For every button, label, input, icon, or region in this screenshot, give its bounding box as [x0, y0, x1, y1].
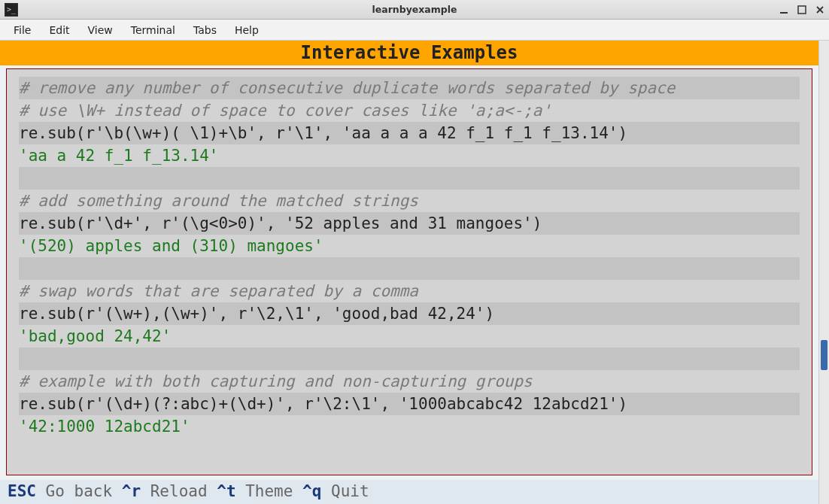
code-line: re.sub(r'\b(\w+)( \1)+\b', r'\1', 'aa a … [19, 122, 800, 144]
footer-key[interactable]: ^q [302, 482, 321, 500]
menu-view[interactable]: View [80, 22, 120, 38]
footer-label: Reload [150, 482, 208, 500]
code-panel[interactable]: # remove any number of consecutive dupli… [6, 68, 812, 475]
footer-key[interactable]: ^r [122, 482, 141, 500]
footer-key[interactable]: ^t [217, 482, 235, 500]
header-title: Interactive Examples [301, 42, 518, 63]
code-line: '42:1000 12abcd21' [19, 415, 800, 438]
footer-label: Go back [46, 482, 113, 500]
code-line: 'aa a 42 f_1 f_13.14' [19, 144, 800, 167]
scrollbar[interactable] [818, 41, 829, 504]
svg-rect-1 [798, 6, 806, 14]
code-line: # remove any number of consecutive dupli… [19, 77, 800, 99]
code-line: re.sub(r'(\d+)(?:abc)+(\d+)', r'\2:\1', … [19, 393, 800, 415]
code-line: re.sub(r'(\w+),(\w+)', r'\2,\1', 'good,b… [19, 302, 800, 325]
scrollbar-thumb[interactable] [821, 340, 827, 370]
window-controls [778, 0, 826, 19]
terminal-content: Interactive Examples # remove any number… [0, 41, 818, 504]
code-line: 'bad,good 24,42' [19, 325, 800, 348]
menu-edit[interactable]: Edit [41, 22, 77, 38]
menu-terminal[interactable]: Terminal [123, 22, 183, 38]
code-line: # swap words that are separated by a com… [19, 280, 800, 302]
minimize-button[interactable] [778, 4, 790, 16]
code-line: # add something around the matched strin… [19, 190, 800, 212]
footer-label: Theme [245, 482, 293, 500]
header-bar: Interactive Examples [0, 41, 818, 65]
menu-help[interactable]: Help [227, 22, 266, 38]
footer-label: Quit [331, 482, 369, 500]
code-line [19, 348, 800, 370]
code-line [19, 167, 800, 190]
close-button[interactable] [814, 4, 826, 16]
menu-tabs[interactable]: Tabs [186, 22, 224, 38]
code-line: '(520) apples and (310) mangoes' [19, 235, 800, 257]
terminal-icon: >_ [5, 3, 18, 17]
window-title: learnbyexample [0, 4, 829, 15]
code-line: re.sub(r'\d+', r'(\g<0>0)', '52 apples a… [19, 212, 800, 235]
menu-file[interactable]: File [6, 22, 38, 38]
code-line [19, 257, 800, 280]
footer-bar: ESC Go back ^r Reload ^t Theme ^q Quit [0, 480, 818, 504]
maximize-button[interactable] [796, 4, 808, 16]
menubar: File Edit View Terminal Tabs Help [0, 20, 829, 41]
code-line: # example with both capturing and non-ca… [19, 370, 800, 393]
footer-key[interactable]: ESC [8, 482, 36, 500]
code-line: # use \W+ instead of space to cover case… [19, 99, 800, 122]
titlebar: >_ learnbyexample [0, 0, 829, 20]
